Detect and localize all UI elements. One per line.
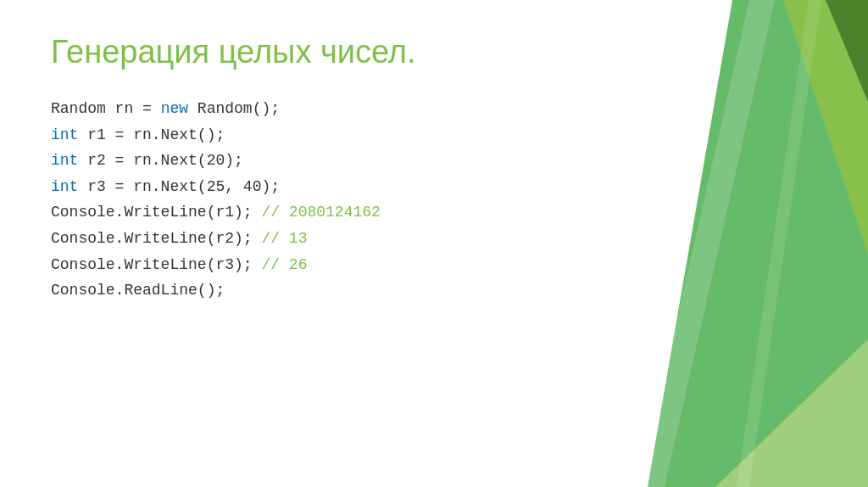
code-keyword-new: new: [161, 100, 188, 117]
slide-content: Генерация целых чисел. Random rn = new R…: [0, 0, 868, 338]
code-keyword-int-2: int: [51, 152, 78, 169]
code-text-normal: r2 = rn.Next(20);: [78, 152, 242, 169]
code-keyword-int-1: int: [51, 126, 78, 143]
code-text-normal: r3 = rn.Next(25, 40);: [78, 178, 280, 195]
code-line-6: Console.WriteLine(r2); // 13: [51, 226, 817, 252]
code-keyword-int-3: int: [51, 178, 78, 195]
code-text-normal: Random rn =: [51, 100, 161, 117]
code-text-normal: Console.WriteLine(r3);: [51, 256, 261, 273]
code-line-2: int r1 = rn.Next();: [51, 122, 817, 148]
svg-marker-3: [715, 339, 868, 487]
code-text-normal: r1 = rn.Next();: [78, 126, 225, 143]
code-block: Random rn = new Random(); int r1 = rn.Ne…: [51, 96, 817, 304]
code-text-normal: Console.WriteLine(r1);: [51, 204, 261, 221]
code-comment-1: // 2080124162: [261, 204, 380, 221]
code-text-normal: Random();: [188, 100, 280, 117]
slide-title: Генерация целых чисел.: [51, 34, 817, 70]
code-line-5: Console.WriteLine(r1); // 2080124162: [51, 199, 817, 226]
code-line-1: Random rn = new Random();: [51, 96, 817, 122]
code-line-4: int r3 = rn.Next(25, 40);: [51, 174, 817, 200]
code-text-normal: Console.WriteLine(r2);: [51, 230, 261, 247]
code-line-7: Console.WriteLine(r3); // 26: [51, 252, 817, 278]
code-line-8: Console.ReadLine();: [51, 277, 817, 304]
code-text-normal: Console.ReadLine();: [51, 282, 225, 299]
code-line-3: int r2 = rn.Next(20);: [51, 148, 817, 174]
code-comment-3: // 26: [261, 256, 307, 273]
code-comment-2: // 13: [261, 230, 307, 247]
